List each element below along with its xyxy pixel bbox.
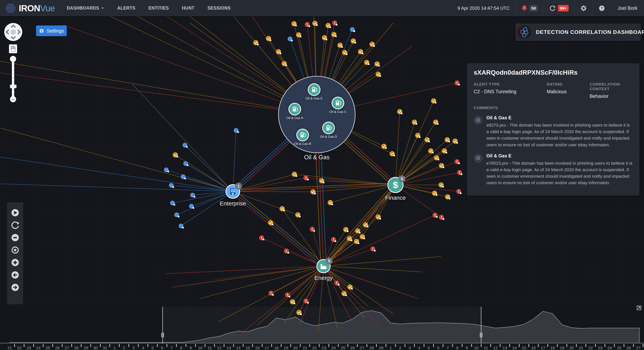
timeline-day-label: 16 — [531, 346, 536, 350]
replay-icon[interactable] — [10, 221, 20, 230]
oil-gas-e-node[interactable] — [308, 83, 320, 96]
comments-heading: COMMENTS — [474, 106, 632, 110]
help-button[interactable]: ? — [593, 0, 611, 16]
timeline-day-label: 26 — [626, 346, 631, 350]
nav-item-dashboards[interactable]: DASHBOARDS▼ — [67, 5, 104, 11]
nav-right-cluster: 9 Apr 2020 14:47:54 UTC 50 99+ — [452, 0, 644, 16]
oil-gas-b-node[interactable] — [296, 129, 309, 141]
alert-id-title: sXARQodn0dadRPXNScF/0IcHiRs — [474, 69, 632, 76]
brand-logo[interactable]: IRONVue — [5, 3, 55, 14]
timeline-day-label: 7 — [170, 346, 173, 350]
slider-dot — [13, 73, 14, 74]
timeline-day-label: 14 — [512, 346, 517, 350]
comment-body: e76523.pro - This domain has been involv… — [486, 160, 633, 186]
timeline-day-label: 27 — [360, 346, 364, 350]
comment-item: OOil & Gas Ee8273.pro - This domain has … — [474, 115, 632, 148]
zoom-out-button[interactable]: − — [10, 96, 16, 102]
timeline-day-label: 13 — [226, 346, 231, 350]
slider-dot — [13, 93, 14, 94]
timeline-day-label: 2 — [123, 346, 125, 350]
meta-field-label: RATING — [547, 82, 590, 87]
oil-gas-a-node[interactable] — [288, 103, 301, 115]
comment-main: Oil & Gas Ee76523.pro - This domain has … — [486, 153, 633, 186]
slider-dot — [13, 89, 14, 90]
sync-count-badge: 99+ — [558, 5, 569, 11]
compass-arrows-icon — [4, 23, 22, 41]
nav-menu: DASHBOARDS▼ALERTSENTITIESHUNTSESSIONS — [67, 5, 244, 11]
settings-gear-button[interactable] — [574, 0, 592, 16]
play-icon[interactable] — [10, 208, 20, 217]
timeline-day-label: 20 — [293, 346, 298, 350]
finance-node[interactable]: $5 — [388, 177, 404, 193]
center-icon[interactable] — [10, 245, 20, 255]
bell-icon — [522, 5, 527, 11]
comment-body: e8273.pro - This domain has been involve… — [486, 122, 633, 148]
user-menu[interactable]: Joel Bork — [611, 5, 644, 11]
zoom-slider-track[interactable] — [12, 58, 14, 101]
timeline-day-label: 23 — [598, 346, 602, 350]
hand-icon — [10, 46, 16, 52]
nav-item-sessions[interactable]: SESSIONS — [208, 5, 231, 11]
timeline-day-label: 22 — [588, 346, 593, 350]
gear-icon — [580, 5, 587, 11]
timeline-day-label: 7 — [447, 346, 449, 350]
timeline-day-label: 5 — [152, 346, 154, 350]
timeline-day-label: 21 — [579, 346, 583, 350]
timeline-day-label: 8 — [180, 346, 182, 350]
energy-node[interactable]: 5 — [316, 259, 331, 273]
meta-field: CORRELATION CONTEXTBehavior — [590, 82, 632, 99]
graph-playback-toolbar — [7, 202, 23, 304]
timeline-day-label: 24 — [331, 346, 336, 350]
graph-settings-button[interactable]: Settings — [36, 25, 67, 36]
nav-item-entities[interactable]: ENTITIES — [148, 5, 169, 11]
settings-label: Settings — [46, 28, 64, 34]
timeline-day-label: 25 — [341, 346, 345, 350]
timeline-day-label: 5 — [428, 346, 430, 350]
pan-hand-button[interactable] — [9, 44, 17, 53]
timeline-day-label: 19 — [284, 346, 288, 350]
timeline-day-label: 22 — [312, 346, 317, 350]
oil-gas-d-node[interactable] — [322, 122, 335, 134]
oil-gas-c-node[interactable] — [332, 97, 344, 109]
slider-dot — [13, 65, 14, 66]
timeline-day-label: 20 — [570, 346, 574, 350]
timeline-day-label: 10 — [198, 346, 202, 350]
timeline-expand-icon[interactable] — [637, 306, 641, 310]
oil-gas-cluster-label: Oil & Gas — [304, 154, 330, 161]
step-forward-icon[interactable] — [10, 283, 20, 292]
timeline-day-label: 23 — [322, 346, 326, 350]
svg-text:$: $ — [393, 179, 398, 190]
timeline-day-label: 31 — [103, 346, 107, 350]
timeline-day-label: 9 — [466, 346, 468, 350]
alerts-bell-button[interactable]: 50 — [516, 0, 544, 16]
timeline-day-label: 24 — [607, 346, 612, 350]
timeline-day-label: 17 — [265, 346, 269, 350]
hub-count-badge: 1 — [235, 183, 242, 189]
brand-text: IRONVue — [19, 3, 55, 13]
cogs-icon — [39, 28, 44, 33]
timeline-day-label: 28 — [369, 346, 374, 350]
slider-dot — [13, 61, 14, 62]
timeline-day-label: 15 — [246, 346, 250, 350]
zoom-out-icon[interactable] — [10, 233, 20, 242]
pan-compass[interactable] — [4, 23, 22, 41]
hub-count-badge: 5 — [326, 258, 332, 264]
sync-button[interactable]: 99+ — [544, 0, 574, 16]
zoom-slider-handle[interactable] — [10, 85, 16, 88]
zoom-in-icon[interactable] — [10, 258, 20, 267]
enterprise-node[interactable]: 1 — [226, 184, 240, 199]
timeline-day-label: 2 — [399, 346, 402, 350]
timeline-day-label: 28 — [74, 346, 79, 350]
timeline-day-label: 25 — [617, 346, 621, 350]
nav-item-hunt[interactable]: HUNT — [182, 5, 194, 11]
timeline-day-label: 12 — [217, 346, 222, 350]
dashboard-title: DETECTION CORRELATION DASHBOARD — [536, 29, 644, 35]
step-back-icon[interactable] — [10, 270, 20, 280]
help-icon: ? — [598, 5, 605, 11]
nav-item-alerts[interactable]: ALERTS — [117, 5, 135, 11]
timeline-day-label: 30 — [93, 346, 98, 350]
comment-main: Oil & Gas Ee8273.pro - This domain has b… — [486, 115, 633, 148]
meta-field-value: Behavior — [590, 93, 632, 99]
svg-text:?: ? — [601, 6, 603, 10]
timeline-day-label: 17 — [541, 346, 545, 350]
